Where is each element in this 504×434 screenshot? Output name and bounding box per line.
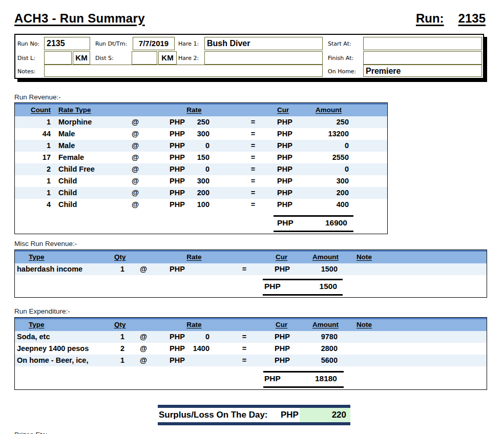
rate-value: 300 (197, 128, 209, 140)
count-cell: 4 (15, 199, 51, 211)
at-symbol: @ (133, 331, 154, 343)
rate-cell: PHP300 (170, 175, 209, 187)
col-rate: Rate (174, 321, 215, 328)
rate-currency: PHP (170, 128, 185, 140)
dist-s-unit: KM (158, 51, 177, 65)
hare1-field[interactable]: Bush Diver (204, 37, 323, 50)
at-symbol: @ (133, 263, 154, 275)
on-home-field[interactable]: Premiere (363, 65, 482, 77)
hare2-field[interactable] (204, 51, 323, 65)
col-cur: Cur (276, 321, 287, 328)
rate-cell: PHP (170, 355, 209, 366)
hare2-label: Hare 2: (178, 55, 199, 61)
run-dt-field[interactable]: 7/7/2019 (133, 37, 175, 50)
run-dt-label: Run Dt/Tm: (95, 40, 127, 47)
start-at-field[interactable] (363, 37, 482, 50)
rate-type-cell: Child (58, 187, 135, 199)
at-symbol: @ (125, 175, 145, 187)
expenditure-table: Type Qty Rate Cur Amount Note Soda, etc … (14, 317, 487, 390)
rate-type-cell: Child Free (58, 163, 135, 175)
amount-cell: 2550 (291, 152, 349, 163)
table-row: 1 Child @ PHP300 = PHP 300 (15, 175, 387, 187)
dist-s-field[interactable] (132, 51, 157, 65)
rate-cell: PHP200 (170, 187, 209, 199)
col-cur: Cur (276, 253, 287, 261)
rate-cell: PHP300 (170, 128, 209, 140)
equals-symbol: = (243, 152, 263, 163)
col-qty: Qty (114, 253, 126, 261)
qty-cell: 1 (92, 355, 124, 366)
col-count: Count (15, 106, 51, 114)
finish-at-label: Finish At: (328, 55, 353, 61)
at-symbol: @ (125, 187, 145, 199)
rate-value: 150 (197, 152, 209, 163)
rate-value: 1400 (193, 343, 209, 355)
rate-type-cell: Male (58, 140, 135, 152)
run-revenue-table: Count Rate Type Rate Cur Amount 1 Morphi… (14, 102, 388, 234)
run-no-field[interactable]: 2135 (44, 37, 90, 50)
expenditure-total-amount: 18180 (276, 372, 337, 385)
at-symbol: @ (133, 355, 154, 366)
dist-l-label: Dist L: (17, 55, 35, 61)
notes-field[interactable] (44, 65, 323, 77)
equals-symbol: = (234, 263, 255, 275)
col-amount: Amount (291, 106, 342, 114)
table-row: 17 Female @ PHP150 = PHP 2550 (15, 152, 387, 163)
equals-symbol: = (243, 128, 263, 140)
rate-currency: PHP (170, 163, 185, 175)
at-symbol: @ (125, 163, 145, 175)
equals-symbol: = (234, 331, 255, 343)
col-qty: Qty (114, 321, 126, 328)
run-header: Run: 2135 (416, 11, 486, 26)
table-row: 1 Morphine @ PHP250 = PHP 250 (15, 116, 387, 128)
col-amount: Amount (294, 321, 339, 328)
finish-at-field[interactable] (363, 51, 482, 65)
col-note: Note (356, 321, 372, 328)
note-cell (356, 355, 479, 366)
rate-cell: PHP0 (170, 331, 209, 343)
equals-symbol: = (234, 343, 255, 355)
rate-currency: PHP (170, 263, 185, 275)
run-details-box: Run No: 2135 Run Dt/Tm: 7/7/2019 Hare 1:… (14, 34, 484, 79)
amount-cell: 1500 (281, 263, 338, 275)
col-rate: Rate (174, 106, 215, 114)
notes-label: Notes: (17, 68, 35, 75)
amount-cell: 13200 (291, 128, 349, 140)
rate-type-cell: Morphine (58, 116, 135, 128)
expenditure-header-row: Type Qty Rate Cur Amount Note (15, 318, 487, 331)
col-rate-type: Rate Type (58, 106, 91, 114)
qty-cell: 2 (92, 343, 124, 355)
table-row: 4 Child @ PHP100 = PHP 400 (15, 199, 387, 211)
rate-value: 0 (205, 140, 209, 152)
rate-currency: PHP (170, 355, 185, 366)
dist-l-unit: KM (73, 51, 90, 65)
equals-symbol: = (243, 163, 263, 175)
note-cell (356, 331, 479, 343)
misc-revenue-section-label: Misc Run Revenue:- (14, 240, 77, 247)
equals-symbol: = (234, 355, 255, 366)
run-revenue-section-label: Run Revenue:- (14, 93, 61, 101)
at-symbol: @ (125, 152, 145, 163)
col-note: Note (356, 253, 372, 261)
dist-l-field[interactable] (44, 51, 72, 65)
rate-type-cell: Child (58, 199, 135, 211)
start-at-label: Start At: (328, 40, 351, 47)
rate-currency: PHP (170, 175, 185, 187)
equals-symbol: = (243, 187, 263, 199)
misc-total-amount: 1500 (276, 280, 337, 293)
surplus-strip: Surplus/Loss On The Day: PHP 220 (158, 405, 350, 425)
run-number: 2135 (458, 11, 486, 26)
revenue-total-amount: 16900 (286, 216, 347, 230)
amount-cell: 400 (291, 199, 349, 211)
dist-s-label: Dist S: (95, 55, 114, 61)
count-cell: 2 (15, 163, 51, 175)
at-symbol: @ (125, 140, 145, 152)
rate-type-cell: Child (58, 175, 135, 187)
rate-type-cell: Male (58, 128, 135, 140)
rate-value: 0 (205, 331, 209, 343)
table-row: 44 Male @ PHP300 = PHP 13200 (15, 128, 387, 140)
col-type: Type (29, 321, 45, 328)
amount-cell: 2800 (281, 343, 338, 355)
table-row: 2 Child Free @ PHP0 = PHP 0 (15, 163, 387, 175)
amount-cell: 0 (291, 163, 349, 175)
